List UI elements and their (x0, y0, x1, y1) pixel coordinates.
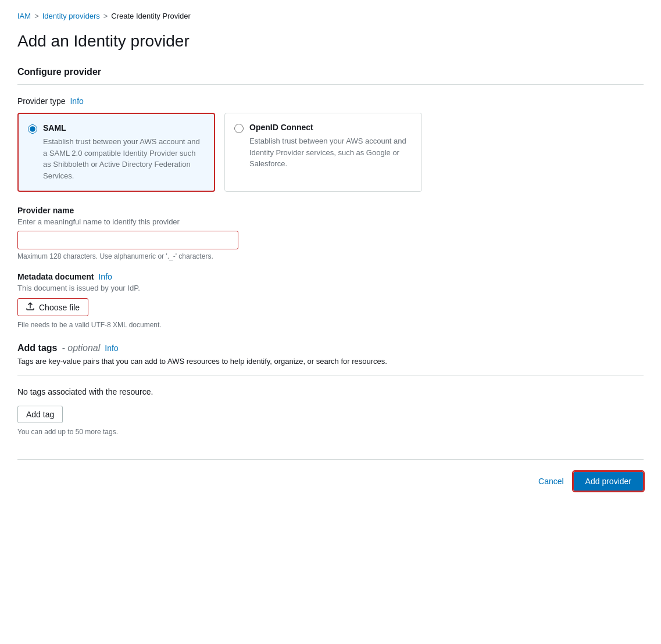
add-tag-button[interactable]: Add tag (17, 406, 63, 423)
tags-description: Tags are key-value pairs that you can ad… (17, 357, 644, 366)
configure-divider (17, 84, 644, 85)
breadcrumb: IAM > Identity providers > Create Identi… (17, 12, 644, 20)
metadata-hint: This document is issued by your IdP. (17, 284, 644, 292)
add-tags-title-row: Add tags - optional Info (17, 343, 644, 353)
metadata-label-row: Metadata document Info (17, 272, 644, 281)
provider-name-constraint: Maximum 128 characters. Use alphanumeric… (17, 252, 644, 260)
openid-card-content: OpenID Connect Establish trust between y… (249, 123, 412, 170)
saml-card-content: SAML Establish trust between your AWS ac… (43, 123, 205, 181)
provider-type-cards: SAML Establish trust between your AWS ac… (17, 113, 644, 192)
openid-title: OpenID Connect (249, 123, 412, 132)
add-tags-section: Add tags - optional Info Tags are key-va… (17, 343, 644, 436)
saml-radio[interactable] (28, 124, 37, 134)
file-constraint: File needs to be a valid UTF-8 XML docum… (17, 321, 644, 329)
breadcrumb-identity-providers[interactable]: Identity providers (42, 12, 100, 20)
provider-name-input[interactable] (17, 231, 238, 249)
openid-description: Establish trust between your AWS account… (249, 135, 412, 170)
tags-divider (17, 375, 644, 375)
breadcrumb-iam[interactable]: IAM (17, 12, 31, 20)
add-provider-button[interactable]: Add provider (573, 471, 644, 491)
add-tags-optional: - optional (62, 343, 100, 353)
upload-icon (26, 302, 34, 312)
provider-type-label: Provider type (17, 96, 65, 106)
saml-description: Establish trust between your AWS account… (43, 136, 205, 181)
breadcrumb-sep-1: > (34, 12, 39, 20)
provider-type-row: Provider type Info (17, 96, 644, 106)
bottom-divider (17, 459, 644, 460)
no-tags-message: No tags associated with the resource. (17, 387, 644, 396)
configure-provider-section: Configure provider Provider type Info SA… (17, 67, 644, 329)
tags-constraint: You can add up to 50 more tags. (17, 428, 644, 436)
saml-title: SAML (43, 123, 205, 133)
breadcrumb-current: Create Identity Provider (111, 12, 191, 20)
openid-card[interactable]: OpenID Connect Establish trust between y… (224, 113, 422, 192)
metadata-info-link[interactable]: Info (98, 272, 112, 281)
metadata-document-group: Metadata document Info This document is … (17, 272, 644, 329)
page-title: Add an Identity provider (17, 32, 644, 51)
provider-type-info-link[interactable]: Info (70, 96, 83, 106)
provider-name-group: Provider name Enter a meaningful name to… (17, 206, 644, 260)
saml-card[interactable]: SAML Establish trust between your AWS ac… (17, 113, 215, 192)
choose-file-label: Choose file (39, 303, 80, 312)
choose-file-button[interactable]: Choose file (17, 298, 88, 316)
breadcrumb-sep-2: > (103, 12, 108, 20)
cancel-button[interactable]: Cancel (538, 477, 564, 486)
provider-name-hint: Enter a meaningful name to identify this… (17, 217, 644, 226)
provider-name-label: Provider name (17, 206, 644, 215)
add-tags-info-link[interactable]: Info (105, 344, 118, 353)
add-tags-title: Add tags (17, 343, 57, 353)
configure-provider-title: Configure provider (17, 67, 644, 77)
actions-row: Cancel Add provider (17, 471, 644, 491)
openid-radio[interactable] (234, 124, 244, 133)
metadata-label: Metadata document (17, 272, 94, 281)
